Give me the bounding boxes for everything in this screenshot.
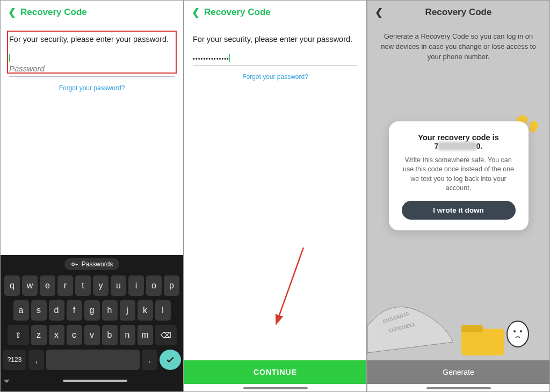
key-r[interactable]: r — [57, 275, 73, 296]
key-i[interactable]: i — [128, 275, 144, 296]
continue-button[interactable]: CONTINUE — [184, 360, 366, 384]
keyboard-row-1: q w e r t y u i o p — [3, 275, 181, 296]
key-o[interactable]: o — [146, 275, 162, 296]
key-period[interactable]: . — [142, 350, 157, 370]
key-f[interactable]: f — [67, 300, 82, 321]
home-indicator[interactable] — [243, 387, 308, 389]
security-prompt: For your security, please enter your pas… — [9, 35, 175, 43]
key-h[interactable]: h — [102, 300, 118, 321]
modal-body-text: Write this somewhere safe. You can use t… — [402, 156, 516, 193]
key-t[interactable]: t — [75, 275, 91, 296]
body: Generate a Recovery Code so you can log … — [367, 24, 549, 360]
modal-title: Your recovery code is — [402, 133, 516, 142]
code-redacted: XXXXXX — [438, 142, 476, 150]
key-s[interactable]: s — [31, 300, 47, 321]
check-icon — [165, 355, 175, 365]
key-l[interactable]: l — [155, 300, 171, 321]
svg-point-9 — [507, 321, 529, 347]
svg-point-10 — [513, 330, 516, 332]
header: ❮ Recovery Code — [367, 1, 549, 24]
forgot-password-link[interactable]: Forgot your password? — [193, 73, 358, 81]
key-w[interactable]: w — [22, 275, 38, 296]
home-indicator[interactable] — [426, 387, 491, 389]
key-space[interactable] — [46, 350, 140, 370]
svg-point-11 — [520, 330, 522, 332]
generate-button[interactable]: Generate — [367, 360, 549, 384]
autofill-label: Passwords — [82, 260, 113, 268]
password-input[interactable] — [9, 63, 175, 74]
body: For your security, please enter your pas… — [184, 24, 366, 360]
key-shift[interactable]: ⇧ — [8, 325, 29, 345]
arrow-annotation — [271, 242, 314, 328]
nav-spacer — [179, 376, 181, 386]
recovery-code-display: 7XXXXXX0. — [402, 142, 516, 150]
password-input-wrap[interactable] — [9, 53, 175, 77]
back-chevron-icon[interactable]: ❮ — [375, 8, 383, 17]
key-e[interactable]: e — [40, 275, 55, 296]
key-b[interactable]: b — [102, 325, 118, 345]
svg-point-0 — [71, 263, 74, 266]
key-num-toggle[interactable]: ?123 — [3, 350, 26, 370]
svg-rect-7 — [461, 329, 504, 355]
key-n[interactable]: n — [120, 325, 135, 345]
key-k[interactable]: k — [138, 300, 153, 321]
key-p[interactable]: p — [164, 275, 179, 296]
keyboard-row-2: a s d f g h j k l — [3, 300, 181, 321]
password-input-wrap[interactable]: •••••••••••••• — [193, 53, 358, 66]
key-d[interactable]: d — [49, 300, 64, 321]
description-text: Generate a Recovery Code so you can log … — [377, 32, 540, 62]
keyboard-row-4: ?123 , . — [3, 350, 181, 370]
header: ❮ Recovery Code — [184, 1, 366, 24]
page-title: Recovery Code — [425, 7, 492, 18]
key-icon — [71, 260, 78, 268]
key-backspace[interactable]: ⌫ — [155, 325, 177, 345]
security-prompt: For your security, please enter your pas… — [193, 35, 358, 43]
recovery-code-modal: Your recovery code is 7XXXXXX0. Write th… — [389, 121, 529, 230]
key-z[interactable]: z — [31, 325, 47, 345]
page-title: Recovery Code — [20, 7, 87, 18]
key-u[interactable]: u — [111, 275, 126, 296]
key-comma[interactable]: , — [28, 350, 44, 370]
key-q[interactable]: q — [4, 275, 20, 296]
key-m[interactable]: m — [138, 325, 153, 345]
svg-line-1 — [277, 248, 303, 323]
passwords-autofill-chip[interactable]: Passwords — [64, 258, 120, 270]
body: For your security, please enter your pas… — [1, 24, 183, 255]
key-g[interactable]: g — [84, 300, 100, 321]
key-c[interactable]: c — [67, 325, 82, 345]
soft-keyboard: Passwords q w e r t y u i o p a s d f g … — [1, 255, 183, 391]
password-dots: •••••••••••••• — [193, 55, 229, 62]
nav-chevron-down-icon[interactable]: ⏷ — [3, 376, 11, 386]
system-nav-bar: ⏷ — [3, 374, 181, 386]
key-x[interactable]: x — [49, 325, 64, 345]
home-indicator[interactable] — [63, 380, 127, 382]
text-caret — [9, 54, 10, 62]
key-enter[interactable] — [160, 350, 181, 370]
keyboard-suggestion-bar: Passwords — [3, 258, 181, 270]
code-suffix: 0. — [476, 142, 483, 150]
screen-3-recovery-code-modal: ❮ Recovery Code Generate a Recovery Code… — [367, 0, 550, 392]
ghost-printer-illustration: 0101100110 1101010011 — [367, 283, 549, 358]
back-chevron-icon[interactable]: ❮ — [8, 8, 16, 17]
key-a[interactable]: a — [13, 300, 29, 321]
screen-2-password-filled: ❮ Recovery Code For your security, pleas… — [184, 0, 367, 392]
forgot-password-link[interactable]: Forgot your password? — [9, 84, 175, 92]
key-j[interactable]: j — [120, 300, 135, 321]
page-title: Recovery Code — [204, 7, 271, 18]
wrote-it-down-button[interactable]: I wrote it down — [402, 201, 516, 220]
key-y[interactable]: y — [93, 275, 108, 296]
keyboard-row-3: ⇧ z x c v b n m ⌫ — [3, 325, 181, 345]
key-v[interactable]: v — [84, 325, 100, 345]
svg-rect-8 — [461, 325, 483, 332]
back-chevron-icon[interactable]: ❮ — [192, 8, 200, 17]
text-caret — [229, 54, 230, 62]
screen-1-password-empty: ❮ Recovery Code For your security, pleas… — [0, 0, 184, 392]
header: ❮ Recovery Code — [1, 1, 183, 24]
